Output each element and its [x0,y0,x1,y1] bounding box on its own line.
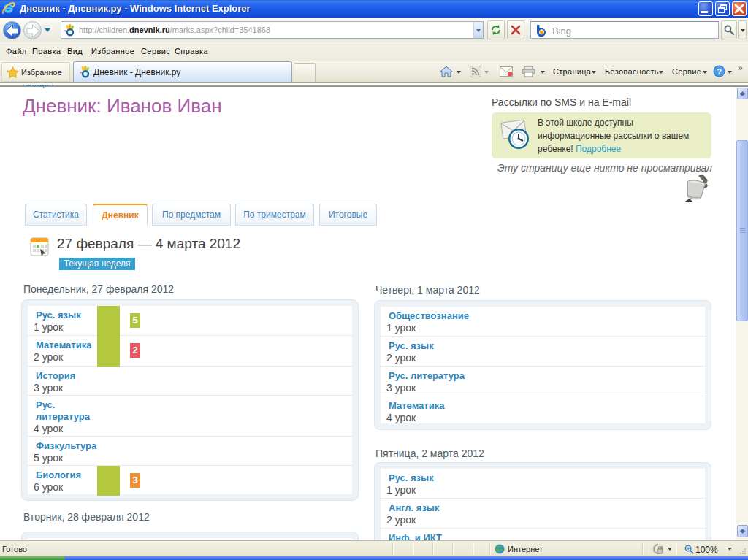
svg-text:?: ? [717,67,722,76]
